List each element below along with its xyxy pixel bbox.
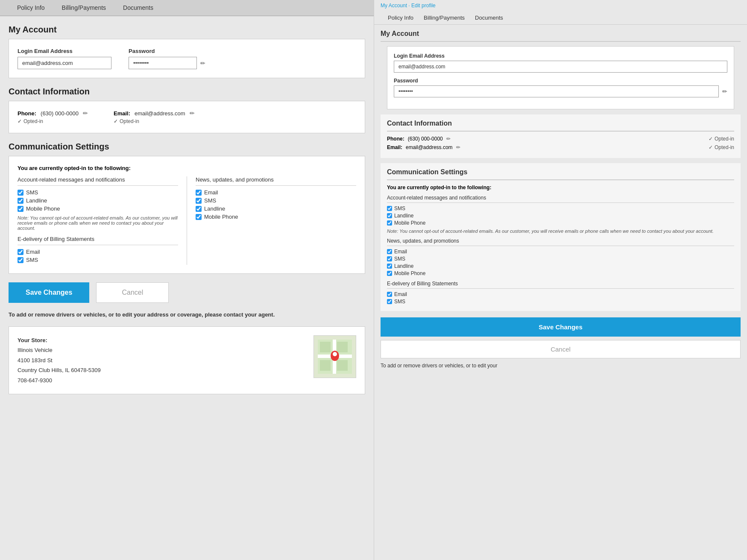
right-password-input[interactable] xyxy=(394,85,719,97)
save-changes-button[interactable]: Save Changes xyxy=(9,282,89,303)
store-card: Your Store: Illinois Vehicle 4100 183rd … xyxy=(9,326,365,394)
right-password-edit-icon[interactable]: ✏︎ xyxy=(722,88,727,95)
email-edit-icon[interactable]: ✏︎ xyxy=(190,110,195,117)
email-opted-in: ✓ Opted-in xyxy=(114,118,195,124)
right-nav-documents[interactable]: Documents xyxy=(470,11,508,24)
right-cb-sms-news-input[interactable] xyxy=(387,256,392,261)
right-cb-landline-acct: Landline xyxy=(387,213,734,219)
checkbox-landline-acct-label: Landline xyxy=(26,197,47,204)
right-col3-title: E-delivery of Billing Statements xyxy=(387,281,734,289)
right-cb-sms-acct-label: SMS xyxy=(394,205,405,211)
contact-row: Phone: (630) 000-0000 ✏︎ ✓ Opted-in Emai… xyxy=(18,110,356,124)
checkbox-email-billing-input[interactable] xyxy=(18,249,23,255)
checkbox-email-news-label: Email xyxy=(204,189,218,196)
checkbox-landline-acct-input[interactable] xyxy=(18,198,23,204)
email-input[interactable] xyxy=(18,57,111,69)
checkbox-sms-billing: SMS xyxy=(18,257,178,263)
right-cb-mobile-news-input[interactable] xyxy=(387,271,392,276)
right-comm-title: Communication Settings xyxy=(387,168,734,180)
right-email-opted-in: ✓ Opted-in xyxy=(709,144,734,150)
checkbox-email-news: Email xyxy=(196,189,356,196)
checkbox-sms-billing-label: SMS xyxy=(26,257,38,263)
comm-divider xyxy=(187,176,187,265)
right-save-changes-button[interactable]: Save Changes xyxy=(381,317,741,337)
right-cb-landline-acct-label: Landline xyxy=(394,213,413,219)
right-col2-title: News, updates, and promotions xyxy=(387,238,734,246)
phone-edit-icon[interactable]: ✏︎ xyxy=(83,110,88,117)
phone-opted-in: ✓ Opted-in xyxy=(18,118,88,124)
right-phone-label: Phone: xyxy=(387,136,404,142)
right-cb-sms-acct-input[interactable] xyxy=(387,206,392,211)
checkbox-sms-news-input[interactable] xyxy=(196,198,202,204)
right-cb-sms-billing-label: SMS xyxy=(394,299,405,305)
right-my-account-card: Login Email Address Password ✏︎ xyxy=(387,46,734,109)
nav-documents[interactable]: Documents xyxy=(114,0,162,15)
nav-policy-info[interactable]: Policy Info xyxy=(9,0,53,15)
right-contact-title: Contact Information xyxy=(387,120,734,132)
checkbox-landline-news-input[interactable] xyxy=(196,206,202,212)
right-cb-email-news-label: Email xyxy=(394,249,407,255)
left-comm-section: Communication Settings You are currently… xyxy=(9,142,365,274)
right-my-account-section: My Account Login Email Address Password … xyxy=(381,30,741,109)
right-top-nav: Policy Info Billing/Payments Documents xyxy=(374,11,747,25)
store-phone: 708-647-9300 xyxy=(18,375,101,385)
right-email-label: Login Email Address xyxy=(394,53,727,59)
right-nav-policy-info[interactable]: Policy Info xyxy=(383,11,419,24)
nav-billing[interactable]: Billing/Payments xyxy=(53,0,115,15)
right-cb-email-billing-input[interactable] xyxy=(387,292,392,297)
right-comm-note: Note: You cannot opt-out of account-rela… xyxy=(387,229,734,234)
right-cb-landline-news-input[interactable] xyxy=(387,264,392,269)
checkbox-mobile-news-input[interactable] xyxy=(196,214,202,220)
right-cb-sms-news-label: SMS xyxy=(394,256,405,262)
phone-item: Phone: (630) 000-0000 ✏︎ ✓ Opted-in xyxy=(18,110,88,124)
store-label-line: Your Store: xyxy=(18,335,101,345)
svg-rect-5 xyxy=(320,360,331,371)
right-phone-value: (630) 000-0000 xyxy=(408,136,443,142)
right-email-contact-row: Email: email@address.com ✏︎ ✓ Opted-in xyxy=(387,144,734,150)
right-cb-mobile-acct-input[interactable] xyxy=(387,220,392,226)
left-my-account-section: My Account Login Email Address Password … xyxy=(9,25,365,78)
checkbox-email-billing-label: Email xyxy=(26,249,40,255)
right-email-input[interactable] xyxy=(394,61,727,73)
email-contact-item: Email: email@address.com ✏︎ ✓ Opted-in xyxy=(114,110,195,124)
right-cb-sms-billing-input[interactable] xyxy=(387,299,392,304)
checkbox-landline-news: Landline xyxy=(196,205,356,212)
right-email-group: Login Email Address xyxy=(394,53,727,73)
email-field-group: Login Email Address xyxy=(18,48,111,69)
right-phone-edit-icon[interactable]: ✏︎ xyxy=(446,136,451,142)
right-comm-section: Communication Settings You are currently… xyxy=(381,163,741,311)
right-cb-landline-acct-input[interactable] xyxy=(387,213,392,218)
checkbox-mobile-acct-label: Mobile Phone xyxy=(26,205,60,212)
right-phone-check: ✓ xyxy=(709,136,713,142)
right-cb-email-news-input[interactable] xyxy=(387,249,392,254)
right-password-label: Password xyxy=(394,78,727,84)
password-edit-icon[interactable]: ✏︎ xyxy=(200,60,205,67)
store-map[interactable] xyxy=(313,335,356,378)
right-password-row: ✏︎ xyxy=(394,85,727,97)
store-address1: 4100 183rd St xyxy=(18,355,101,365)
svg-rect-3 xyxy=(320,342,331,352)
checkbox-email-news-input[interactable] xyxy=(196,190,202,196)
phone-label: Phone: xyxy=(18,110,36,117)
checkbox-sms-billing-input[interactable] xyxy=(18,257,23,263)
email-check-icon: ✓ xyxy=(114,118,118,124)
comm-col-1: Account-related messages and notificatio… xyxy=(18,176,178,265)
password-input[interactable] xyxy=(129,57,197,69)
right-agent-note: To add or remove drivers or vehicles, or… xyxy=(381,363,741,369)
right-email-contact-label: Email: xyxy=(387,144,402,150)
store-info: Your Store: Illinois Vehicle 4100 183rd … xyxy=(18,335,101,385)
right-nav-billing[interactable]: Billing/Payments xyxy=(419,11,470,24)
billing-title: E-delivery of Billing Statements xyxy=(18,236,178,245)
comm-card: You are currently opted-in to the follow… xyxy=(9,156,365,274)
password-field-group: Password ✏︎ xyxy=(129,48,205,69)
checkbox-mobile-acct-input[interactable] xyxy=(18,206,23,212)
password-label: Password xyxy=(129,48,205,54)
comm-note: Note: You cannot opt-out of account-rela… xyxy=(18,215,178,231)
cancel-button[interactable]: Cancel xyxy=(96,282,169,303)
checkbox-sms-news: SMS xyxy=(196,197,356,204)
right-panel: My Account · Edit profile Policy Info Bi… xyxy=(374,0,747,560)
right-email-edit-icon[interactable]: ✏︎ xyxy=(456,144,460,150)
checkbox-sms-acct-input[interactable] xyxy=(18,190,23,196)
right-cancel-button[interactable]: Cancel xyxy=(381,340,741,358)
checkbox-sms-acct-label: SMS xyxy=(26,189,38,196)
